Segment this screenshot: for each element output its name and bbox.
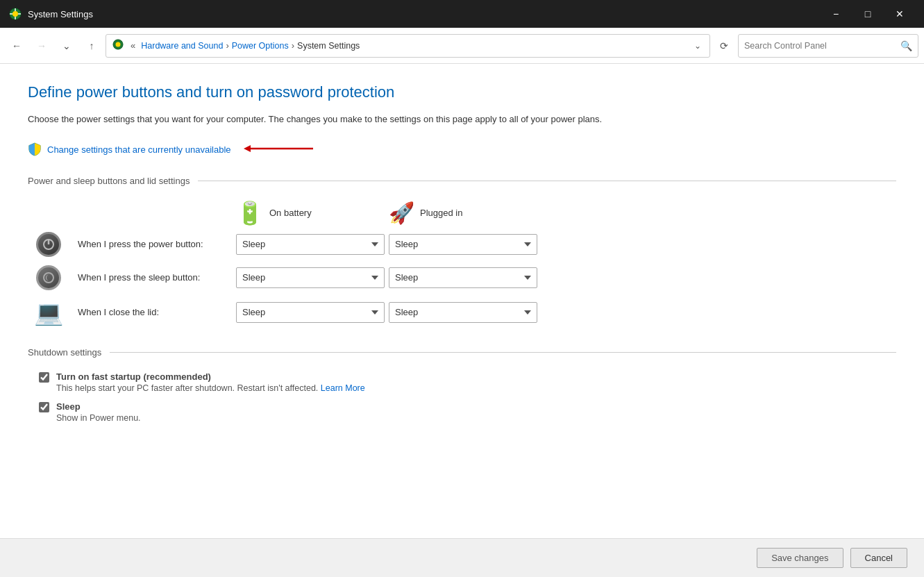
breadcrumb-sep-3: ›	[292, 40, 294, 51]
search-icon: 🔍	[900, 40, 912, 51]
addressbar: ← → ⌄ ↑ « Hardware and Sound › Power Opt…	[0, 28, 924, 64]
power-button-plugged-select[interactable]: Sleep Do nothing Hibernate Shut down Tur…	[389, 234, 537, 255]
section2-label: Shutdown settings	[28, 347, 110, 358]
fast-startup-checkbox[interactable]	[39, 372, 49, 383]
sleep-button-icon	[36, 265, 61, 290]
sleep-icon-area	[28, 265, 69, 290]
svg-point-8	[44, 273, 53, 283]
section1-divider	[198, 181, 896, 181]
fast-startup-row: Turn on fast startup (recommended) This …	[39, 371, 896, 393]
breadcrumb-cp-icon	[112, 38, 124, 53]
power-button-row: When I press the power button: Sleep Do …	[28, 232, 896, 257]
breadcrumb-dropdown-button[interactable]: ⌄	[691, 41, 704, 51]
fast-startup-learn-more[interactable]: Learn More	[321, 383, 365, 393]
svg-marker-5	[244, 145, 251, 152]
plugged-icon: 🚀	[389, 201, 414, 225]
close-button[interactable]: ✕	[884, 0, 916, 28]
cancel-button[interactable]: Cancel	[850, 548, 907, 568]
minimize-button[interactable]: −	[820, 0, 852, 28]
col-plugged-header: 🚀 Plugged in	[389, 201, 541, 225]
power-button-selects: Sleep Do nothing Hibernate Shut down Tur…	[236, 234, 541, 255]
sleep-content: Sleep Show in Power menu.	[56, 401, 141, 423]
change-settings-link[interactable]: Change settings that are currently unava…	[47, 144, 231, 155]
lid-icon-area: 💻	[28, 299, 69, 326]
power-icon-area	[28, 232, 69, 257]
lid-plugged-select[interactable]: Sleep Do nothing Hibernate Shut down Tur…	[389, 302, 537, 323]
sleep-button-selects: Sleep Do nothing Hibernate Shut down Tur…	[236, 267, 541, 288]
breadcrumb-current: System Settings	[297, 41, 360, 51]
fast-startup-content: Turn on fast startup (recommended) This …	[56, 371, 365, 393]
back-button[interactable]: ←	[6, 35, 28, 57]
uac-shield-icon	[28, 142, 42, 156]
search-bar: 🔍	[738, 34, 918, 58]
footer: Save changes Cancel	[0, 538, 924, 577]
breadcrumb-sep-2: ›	[226, 40, 228, 51]
search-input[interactable]	[744, 41, 900, 51]
window-title: System Settings	[28, 9, 820, 19]
sleep-button-label: When I press the sleep button:	[69, 272, 236, 283]
svg-point-3	[116, 42, 121, 47]
lid-row: 💻 When I close the lid: Sleep Do nothing…	[28, 299, 896, 326]
section2-divider	[110, 352, 896, 353]
refresh-button[interactable]: ⟳	[713, 35, 735, 57]
battery-icon: 🔋	[236, 200, 264, 226]
col-battery-label: On battery	[269, 208, 312, 218]
sleep-button-plugged-select[interactable]: Sleep Do nothing Hibernate Shut down Tur…	[389, 267, 537, 288]
breadcrumb-bar[interactable]: « Hardware and Sound › Power Options › S…	[106, 34, 710, 58]
shutdown-settings: Turn on fast startup (recommended) This …	[28, 371, 896, 423]
save-changes-button[interactable]: Save changes	[757, 548, 843, 568]
sleep-checkbox[interactable]	[39, 402, 49, 412]
dropdown-button[interactable]: ⌄	[56, 35, 78, 57]
page-description: Choose the power settings that you want …	[28, 112, 625, 126]
app-icon	[8, 7, 22, 21]
sleep-button-battery-select[interactable]: Sleep Do nothing Hibernate Shut down Tur…	[236, 267, 385, 288]
sleep-row: Sleep Show in Power menu.	[39, 401, 896, 423]
red-arrow-indicator	[244, 140, 327, 159]
breadcrumb-power[interactable]: Power Options	[232, 40, 289, 51]
lid-label: When I close the lid:	[69, 307, 236, 317]
section1-label: Power and sleep buttons and lid settings	[28, 176, 198, 186]
main-content: Define power buttons and turn on passwor…	[0, 64, 924, 577]
lid-battery-select[interactable]: Sleep Do nothing Hibernate Shut down Tur…	[236, 302, 385, 323]
fast-startup-checkbox-col	[39, 372, 49, 385]
content-area: Define power buttons and turn on passwor…	[0, 64, 924, 577]
column-headers: 🔋 On battery 🚀 Plugged in	[236, 200, 896, 226]
sleep-desc: Show in Power menu.	[56, 413, 141, 423]
page-title: Define power buttons and turn on passwor…	[28, 83, 896, 101]
fast-startup-desc: This helps start your PC faster after sh…	[56, 383, 365, 393]
section1-header: Power and sleep buttons and lid settings	[28, 176, 896, 186]
maximize-button[interactable]: □	[852, 0, 884, 28]
power-button-label: When I press the power button:	[69, 239, 236, 249]
col-plugged-label: Plugged in	[420, 208, 462, 218]
settings-grid: 🔋 On battery 🚀 Plugged in	[28, 200, 896, 326]
change-settings-row: Change settings that are currently unava…	[28, 140, 896, 159]
forward-button[interactable]: →	[31, 35, 53, 57]
power-button-icon	[36, 232, 61, 257]
window-controls: − □ ✕	[820, 0, 916, 28]
titlebar: System Settings − □ ✕	[0, 0, 924, 28]
breadcrumb-separator-1: «	[131, 40, 135, 51]
up-button[interactable]: ↑	[81, 35, 103, 57]
power-button-battery-select[interactable]: Sleep Do nothing Hibernate Shut down Tur…	[236, 234, 385, 255]
sleep-checkbox-col	[39, 402, 49, 415]
sleep-button-row: When I press the sleep button: Sleep Do …	[28, 265, 896, 290]
svg-point-1	[12, 11, 18, 17]
breadcrumb-hardware[interactable]: Hardware and Sound	[141, 40, 223, 51]
col-battery-header: 🔋 On battery	[236, 200, 389, 226]
section2-header: Shutdown settings	[28, 347, 896, 358]
lid-laptop-icon: 💻	[34, 299, 63, 326]
fast-startup-label[interactable]: Turn on fast startup (recommended)	[56, 371, 211, 382]
sleep-label[interactable]: Sleep	[56, 401, 81, 412]
lid-selects: Sleep Do nothing Hibernate Shut down Tur…	[236, 302, 541, 323]
